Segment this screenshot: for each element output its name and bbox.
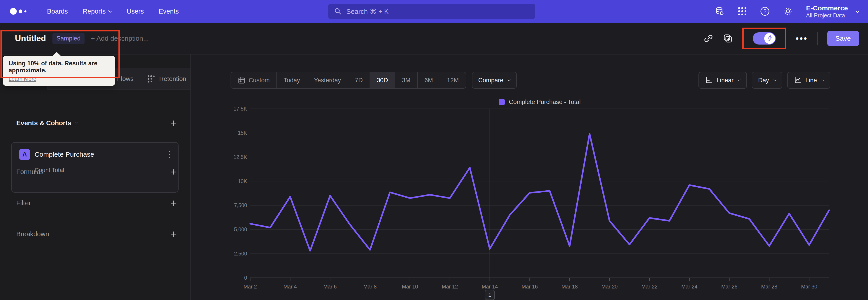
retention-icon bbox=[147, 74, 156, 83]
add-breakdown-button[interactable]: + bbox=[170, 229, 177, 239]
project-scope: All Project Data bbox=[806, 12, 848, 19]
svg-text:Mar 28: Mar 28 bbox=[761, 284, 777, 290]
project-name: E-Commerce bbox=[806, 4, 848, 12]
sampling-tooltip: Using 10% of data. Results are approxima… bbox=[3, 56, 115, 86]
svg-text:Mar 2: Mar 2 bbox=[244, 284, 257, 290]
range-30d[interactable]: 30D bbox=[370, 72, 395, 88]
top-nav: Boards Reports Users Events Search ⌘ + K bbox=[0, 0, 868, 23]
svg-text:Mar 14: Mar 14 bbox=[482, 284, 498, 290]
kebab-menu-icon[interactable] bbox=[168, 151, 170, 158]
filter-label: Filter bbox=[16, 200, 31, 207]
chart-display-controls: Linear Day Line bbox=[699, 72, 830, 89]
more-options-button[interactable]: ••• bbox=[796, 36, 808, 41]
lightning-bolt-icon bbox=[764, 33, 775, 44]
interval-dropdown[interactable]: Day bbox=[752, 72, 782, 89]
divider bbox=[817, 32, 818, 45]
sampling-toggle[interactable] bbox=[753, 32, 776, 44]
chevron-down-icon bbox=[108, 8, 112, 13]
svg-text:Mar 10: Mar 10 bbox=[402, 284, 418, 290]
svg-text:?: ? bbox=[763, 8, 766, 14]
report-title[interactable]: Untitled bbox=[15, 34, 46, 43]
link-icon[interactable] bbox=[704, 33, 713, 43]
range-today[interactable]: Today bbox=[277, 72, 307, 88]
svg-text:12.5K: 12.5K bbox=[234, 154, 247, 160]
svg-text:0: 0 bbox=[244, 275, 247, 281]
svg-text:Mar 26: Mar 26 bbox=[721, 284, 738, 290]
settings-gear-icon[interactable] bbox=[783, 6, 793, 16]
title-actions: ••• Save bbox=[704, 23, 859, 54]
add-formula-button[interactable]: + bbox=[170, 167, 177, 177]
line-chart-icon bbox=[794, 76, 802, 84]
save-button[interactable]: Save bbox=[827, 31, 859, 46]
nav-item-reports[interactable]: Reports bbox=[83, 8, 112, 15]
svg-text:Mar 4: Mar 4 bbox=[283, 284, 297, 290]
svg-text:Mar 16: Mar 16 bbox=[522, 284, 538, 290]
annotation-marker[interactable]: 1 bbox=[485, 290, 495, 300]
query-sidebar: Insights Funnels Flows bbox=[0, 55, 191, 300]
scale-dropdown[interactable]: Linear bbox=[699, 72, 747, 89]
report-title-bar: Untitled Sampled + Add description... bbox=[0, 23, 868, 54]
compare-button[interactable]: Compare bbox=[472, 72, 517, 89]
svg-text:Mar 12: Mar 12 bbox=[442, 284, 458, 290]
copy-plus-icon[interactable] bbox=[723, 33, 733, 43]
tab-label: Flows bbox=[117, 75, 133, 83]
formulas-section: Formulas + bbox=[16, 167, 177, 177]
breakdown-section: Breakdown + bbox=[16, 229, 177, 239]
chevron-down-icon[interactable] bbox=[75, 120, 79, 124]
formulas-label: Formulas bbox=[16, 168, 43, 176]
range-yesterday[interactable]: Yesterday bbox=[307, 72, 348, 88]
svg-text:Mar 22: Mar 22 bbox=[641, 284, 657, 290]
nav-items: Boards Reports Users Events bbox=[47, 8, 179, 15]
svg-text:10K: 10K bbox=[238, 178, 247, 184]
range-6m[interactable]: 6M bbox=[418, 72, 440, 88]
svg-text:2,500: 2,500 bbox=[234, 251, 247, 257]
nav-item-events[interactable]: Events bbox=[159, 8, 179, 15]
search-input[interactable]: Search ⌘ + K bbox=[328, 4, 535, 19]
tab-retention[interactable]: Retention bbox=[143, 68, 191, 90]
svg-text:17.5K: 17.5K bbox=[234, 106, 247, 112]
chart-controls: Custom Today Yesterday 7D 30D 3M 6M 12M … bbox=[230, 72, 830, 89]
learn-more-link[interactable]: Learn More bbox=[8, 76, 36, 82]
search-placeholder: Search ⌘ + K bbox=[346, 7, 389, 16]
svg-text:7,500: 7,500 bbox=[234, 202, 247, 208]
svg-text:Mar 20: Mar 20 bbox=[601, 284, 618, 290]
chart-type-dropdown[interactable]: Line bbox=[787, 72, 830, 89]
tooltip-text: Using 10% of data. Results are approxima… bbox=[8, 60, 110, 74]
filter-section: Filter + bbox=[16, 198, 177, 208]
sampling-toggle-annotation-box bbox=[742, 28, 786, 49]
events-cohorts-header: Events & Cohorts + bbox=[16, 118, 177, 128]
svg-text:5,000: 5,000 bbox=[234, 227, 247, 232]
calendar-icon bbox=[238, 77, 246, 84]
range-12m[interactable]: 12M bbox=[440, 72, 466, 88]
data-management-icon[interactable] bbox=[715, 6, 725, 16]
sampled-badge[interactable]: Sampled bbox=[53, 33, 85, 44]
svg-text:Mar 6: Mar 6 bbox=[323, 284, 337, 290]
range-7d[interactable]: 7D bbox=[348, 72, 370, 88]
help-icon[interactable]: ? bbox=[760, 6, 770, 16]
line-chart[interactable]: 02,5005,0007,50010K12.5K15K17.5KMar 2Mar… bbox=[226, 99, 841, 298]
svg-text:15K: 15K bbox=[238, 130, 247, 136]
nav-right: ? E-Commerce All Project Data bbox=[715, 0, 859, 23]
svg-text:Mar 8: Mar 8 bbox=[363, 284, 377, 290]
search-icon bbox=[334, 7, 342, 15]
apps-grid-icon[interactable] bbox=[738, 7, 747, 16]
svg-text:Mar 18: Mar 18 bbox=[561, 284, 578, 290]
app-root: Boards Reports Users Events Search ⌘ + K bbox=[0, 0, 868, 300]
date-range-group: Custom Today Yesterday 7D 30D 3M 6M 12M bbox=[230, 72, 466, 89]
chevron-down-icon bbox=[855, 8, 860, 13]
add-event-button[interactable]: + bbox=[170, 118, 177, 128]
range-custom[interactable]: Custom bbox=[231, 72, 277, 88]
svg-text:Mar 30: Mar 30 bbox=[801, 284, 817, 290]
tab-label: Retention bbox=[159, 75, 186, 83]
add-filter-button[interactable]: + bbox=[170, 198, 177, 208]
mixpanel-logo-icon[interactable] bbox=[10, 8, 37, 15]
event-name[interactable]: Complete Purchase bbox=[35, 151, 94, 158]
nav-item-users[interactable]: Users bbox=[127, 8, 144, 15]
linear-axis-icon bbox=[705, 76, 713, 84]
nav-item-boards[interactable]: Boards bbox=[47, 8, 68, 15]
add-description-field[interactable]: + Add description... bbox=[91, 35, 149, 42]
range-3m[interactable]: 3M bbox=[395, 72, 418, 88]
event-letter-badge: A bbox=[19, 149, 30, 160]
breakdown-label: Breakdown bbox=[16, 230, 49, 238]
project-switcher[interactable]: E-Commerce All Project Data bbox=[806, 4, 859, 19]
